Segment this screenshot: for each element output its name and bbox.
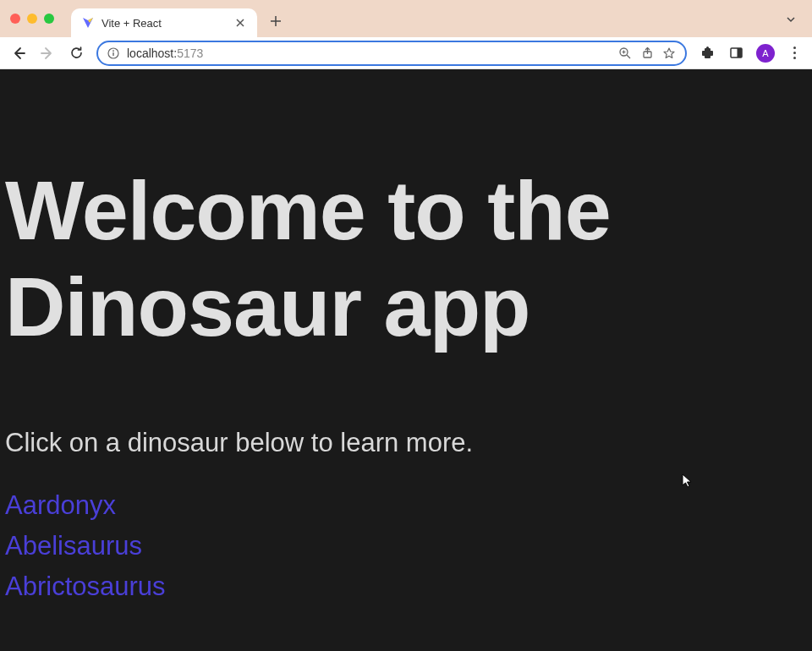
browser-tab[interactable]: Vite + React bbox=[71, 8, 257, 37]
url-text: localhost:5173 bbox=[127, 46, 611, 60]
profile-avatar[interactable]: A bbox=[756, 44, 775, 63]
browser-menu-button[interactable] bbox=[787, 46, 802, 61]
tab-favicon-icon bbox=[81, 16, 95, 30]
extensions-icon[interactable] bbox=[699, 45, 716, 62]
toolbar-actions: A bbox=[699, 44, 802, 63]
tab-list-dropdown-button[interactable] bbox=[785, 14, 797, 29]
page-heading: Welcome to the Dinosaur app bbox=[5, 162, 807, 355]
side-panel-icon[interactable] bbox=[727, 45, 744, 62]
dinosaur-link[interactable]: Abrictosaurus bbox=[5, 572, 807, 602]
url-port: 5173 bbox=[177, 46, 203, 60]
address-bar[interactable]: localhost:5173 bbox=[96, 41, 687, 66]
tab-close-button[interactable] bbox=[233, 16, 247, 30]
avatar-letter: A bbox=[762, 48, 768, 58]
bookmark-star-icon[interactable] bbox=[661, 46, 677, 61]
dinosaur-link[interactable]: Abelisaurus bbox=[5, 531, 807, 561]
page-content: Welcome to the Dinosaur app Click on a d… bbox=[0, 162, 812, 602]
forward-button[interactable] bbox=[39, 45, 56, 62]
tab-title: Vite + React bbox=[102, 17, 227, 30]
page-viewport: Welcome to the Dinosaur app Click on a d… bbox=[0, 69, 812, 651]
window-title-bar: Vite + React bbox=[0, 0, 812, 37]
browser-toolbar: localhost:5173 A bbox=[0, 37, 812, 69]
page-subtext: Click on a dinosaur below to learn more. bbox=[5, 428, 807, 458]
share-icon[interactable] bbox=[639, 46, 655, 61]
zoom-icon[interactable] bbox=[617, 46, 633, 61]
window-maximize-button[interactable] bbox=[44, 14, 54, 24]
window-minimize-button[interactable] bbox=[27, 14, 37, 24]
window-controls bbox=[10, 14, 54, 24]
svg-point-1 bbox=[112, 50, 114, 52]
dinosaur-link[interactable]: Aardonyx bbox=[5, 490, 807, 521]
window-close-button[interactable] bbox=[10, 14, 20, 24]
back-button[interactable] bbox=[10, 45, 27, 62]
url-host: localhost: bbox=[127, 46, 177, 60]
reload-button[interactable] bbox=[68, 45, 85, 62]
svg-rect-2 bbox=[112, 52, 113, 56]
site-info-icon[interactable] bbox=[107, 46, 120, 60]
new-tab-button[interactable] bbox=[264, 9, 288, 33]
svg-rect-6 bbox=[737, 48, 742, 57]
